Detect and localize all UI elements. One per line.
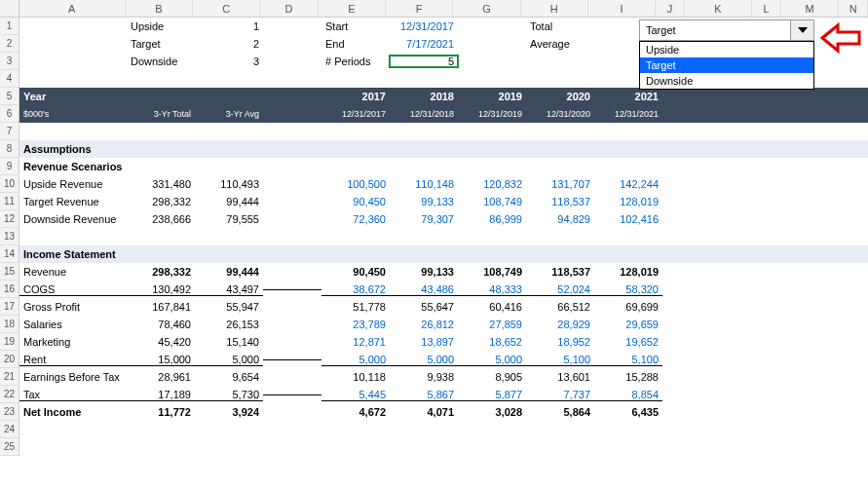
cell-B17[interactable]: 167,841 <box>127 301 195 313</box>
select-all-corner[interactable] <box>0 0 19 17</box>
cell-A21[interactable]: Earnings Before Tax <box>19 371 127 383</box>
cell-A8[interactable]: Assumptions <box>19 143 127 155</box>
cell-E19[interactable]: 12,871 <box>321 336 390 348</box>
cell-A16[interactable]: COGS <box>19 283 127 296</box>
cell-F15[interactable]: 99,133 <box>390 266 458 278</box>
row-header-24[interactable]: 24 <box>0 421 19 438</box>
cell-C11[interactable]: 99,444 <box>195 196 263 207</box>
cell-H1[interactable]: Total <box>526 20 594 32</box>
cell-I16[interactable]: 58,320 <box>594 283 662 296</box>
cell-H2[interactable]: Average <box>526 38 594 50</box>
cell-H6[interactable]: 12/31/2020 <box>526 109 594 119</box>
row-header-14[interactable]: 14 <box>0 245 19 263</box>
cell-I15[interactable]: 128,019 <box>594 266 662 278</box>
cell-F19[interactable]: 13,897 <box>390 336 458 348</box>
cell-C22[interactable]: 5,730 <box>195 389 263 401</box>
cell-F18[interactable]: 26,812 <box>390 319 458 330</box>
cell-B3[interactable]: Downside <box>127 56 195 67</box>
cell-B11[interactable]: 298,332 <box>127 196 195 207</box>
cell-C10[interactable]: 110,493 <box>195 178 263 190</box>
cell-B18[interactable]: 78,460 <box>127 319 195 330</box>
cell-G11[interactable]: 108,749 <box>458 196 526 207</box>
cell-I10[interactable]: 142,244 <box>594 178 662 190</box>
cell-A17[interactable]: Gross Profit <box>19 301 127 313</box>
cell-E17[interactable]: 51,778 <box>321 301 390 313</box>
row-header-8[interactable]: 8 <box>0 140 19 158</box>
col-header-J[interactable]: J <box>656 0 685 17</box>
cell-E21[interactable]: 10,118 <box>321 371 390 383</box>
cell-B2[interactable]: Target <box>127 38 195 50</box>
cell-E15[interactable]: 90,450 <box>321 266 390 278</box>
cell-A20[interactable]: Rent <box>19 354 127 366</box>
cell-C16[interactable]: 43,497 <box>195 283 263 296</box>
cell-H5[interactable]: 2020 <box>526 91 594 102</box>
cell-A5[interactable]: Year <box>19 91 127 102</box>
cell-E23[interactable]: 4,672 <box>321 406 390 418</box>
cell-A14[interactable]: Income Statement <box>19 248 127 260</box>
cell-A11[interactable]: Target Revenue <box>19 196 127 207</box>
cell-I21[interactable]: 15,288 <box>594 371 662 383</box>
cell-F3-active[interactable]: 5 <box>390 56 458 67</box>
cell-G19[interactable]: 18,652 <box>458 336 526 348</box>
col-header-G[interactable]: G <box>453 0 520 17</box>
cell-C12[interactable]: 79,555 <box>195 213 263 225</box>
row-header-10[interactable]: 10 <box>0 175 19 193</box>
dropdown-option-upside[interactable]: Upside <box>640 42 813 57</box>
cell-E18[interactable]: 23,789 <box>321 319 390 330</box>
cell-F23[interactable]: 4,071 <box>390 406 458 418</box>
cell-G5[interactable]: 2019 <box>458 91 526 102</box>
cell-B15[interactable]: 298,332 <box>127 266 195 278</box>
cell-B10[interactable]: 331,480 <box>127 178 195 190</box>
cell-H11[interactable]: 118,537 <box>526 196 594 207</box>
row-header-9[interactable]: 9 <box>0 158 19 175</box>
cell-I11[interactable]: 128,019 <box>594 196 662 207</box>
cell-B12[interactable]: 238,666 <box>127 213 195 225</box>
cell-C23[interactable]: 3,924 <box>195 406 263 418</box>
cell-C20[interactable]: 5,000 <box>195 354 263 366</box>
cell-F2[interactable]: 7/17/2021 <box>390 38 458 50</box>
cell-E12[interactable]: 72,360 <box>321 213 390 225</box>
dropdown-toggle-button[interactable] <box>790 20 813 40</box>
col-header-N[interactable]: N <box>839 0 868 17</box>
cell-E5[interactable]: 2017 <box>321 91 390 102</box>
cell-H19[interactable]: 18,952 <box>526 336 594 348</box>
cell-E16[interactable]: 38,672 <box>321 283 390 296</box>
col-header-A[interactable]: A <box>19 0 126 17</box>
cell-I18[interactable]: 29,659 <box>594 319 662 330</box>
dropdown-option-target[interactable]: Target <box>640 57 813 73</box>
col-header-M[interactable]: M <box>781 0 839 17</box>
cell-H16[interactable]: 52,024 <box>526 283 594 296</box>
col-header-H[interactable]: H <box>521 0 588 17</box>
cell-G21[interactable]: 8,905 <box>458 371 526 383</box>
col-header-F[interactable]: F <box>386 0 453 17</box>
cell-C18[interactable]: 26,153 <box>195 319 263 330</box>
row-header-5[interactable]: 5 <box>0 88 19 105</box>
cell-A23[interactable]: Net Income <box>19 406 127 418</box>
cell-C21[interactable]: 9,654 <box>195 371 263 383</box>
cell-F5[interactable]: 2018 <box>390 91 458 102</box>
col-header-I[interactable]: I <box>588 0 656 17</box>
cell-F21[interactable]: 9,938 <box>390 371 458 383</box>
cell-F16[interactable]: 43,486 <box>390 283 458 296</box>
row-header-12[interactable]: 12 <box>0 210 19 228</box>
cell-C3[interactable]: 3 <box>195 56 263 67</box>
cell-C6[interactable]: 3-Yr Avg <box>195 109 263 119</box>
cell-E2[interactable]: End <box>321 38 390 50</box>
cell-C1[interactable]: 1 <box>195 20 263 32</box>
row-header-13[interactable]: 13 <box>0 228 19 245</box>
cell-A22[interactable]: Tax <box>19 389 127 401</box>
cell-A6[interactable]: $000's <box>19 109 127 119</box>
scenario-dropdown[interactable]: Target Upside Target Downside <box>639 19 814 90</box>
row-header-21[interactable]: 21 <box>0 368 19 386</box>
dropdown-option-downside[interactable]: Downside <box>640 73 813 89</box>
col-header-C[interactable]: C <box>193 0 260 17</box>
row-header-18[interactable]: 18 <box>0 316 19 333</box>
cell-I5[interactable]: 2021 <box>594 91 662 102</box>
cell-C2[interactable]: 2 <box>195 38 263 50</box>
cell-E1[interactable]: Start <box>321 20 390 32</box>
dropdown-selected[interactable]: Target <box>639 19 814 41</box>
cell-I17[interactable]: 69,699 <box>594 301 662 313</box>
cell-G15[interactable]: 108,749 <box>458 266 526 278</box>
row-header-11[interactable]: 11 <box>0 193 19 210</box>
cell-F11[interactable]: 99,133 <box>390 196 458 207</box>
